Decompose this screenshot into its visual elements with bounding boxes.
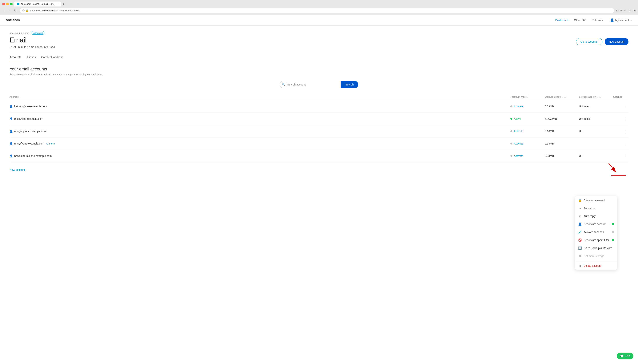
delete-menu-icon: 🗑 xyxy=(578,264,582,267)
traffic-light-green[interactable] xyxy=(10,3,13,5)
info-storage-icon: ⓘ xyxy=(564,96,566,98)
table-row: 👤 mary@one-example.com +1 more Activate … xyxy=(10,138,628,150)
search-btn[interactable]: Search xyxy=(341,81,358,88)
forward-btn[interactable]: › xyxy=(8,8,11,13)
email-cell-0: 👤 kathryn@one-example.com xyxy=(10,105,510,108)
info-addon-icon: ⓘ xyxy=(599,96,601,98)
activate-link-3[interactable]: Activate xyxy=(514,142,523,145)
activate-link-2[interactable]: Activate xyxy=(514,130,523,133)
addon-cell-2: U... xyxy=(579,130,613,133)
email-table: Address ⌄ Premium Mail ⓘ Storage usage ⌄… xyxy=(10,94,628,171)
col-address: Address ⌄ xyxy=(10,96,510,98)
email-icon-0: 👤 xyxy=(10,105,13,108)
status-dot-0 xyxy=(510,106,512,107)
page-title: Email xyxy=(10,36,55,44)
status-cell-0: Activate xyxy=(510,105,545,108)
row-menu-btn-4[interactable]: ⋮ xyxy=(623,153,628,159)
storage-cell-3: 6.18MB xyxy=(545,142,579,145)
tab-catch-all[interactable]: Catch-all address xyxy=(41,53,64,61)
row-menu-btn-3[interactable]: ⋮ xyxy=(623,140,628,146)
search-icon: 🔍 xyxy=(282,83,285,86)
table-header: Address ⌄ Premium Mail ⓘ Storage usage ⌄… xyxy=(10,94,628,100)
tab-accounts[interactable]: Accounts xyxy=(10,53,21,61)
deactivate-toggle[interactable] xyxy=(612,223,614,225)
spam-toggle[interactable] xyxy=(612,239,614,241)
traffic-light-yellow[interactable] xyxy=(6,3,9,5)
help-icon: 💬 xyxy=(620,354,623,358)
status-dot-4 xyxy=(510,155,512,157)
main-content: one-example.com Enthusiast Email 21 of u… xyxy=(0,26,638,364)
status-dot-3 xyxy=(510,142,512,144)
row-menu-btn-0[interactable]: ⋮ xyxy=(623,103,628,110)
user-menu-icon: 👤 xyxy=(578,222,582,226)
tab-favicon xyxy=(17,3,20,5)
settings-cell-3: ⋮ xyxy=(613,140,628,146)
row-menu-btn-2[interactable]: ⋮ xyxy=(623,128,628,134)
settings-cell-0: ⋮ xyxy=(613,103,628,110)
email-address-0: kathryn@one-example.com xyxy=(14,105,47,108)
menu-icon[interactable]: ☰ xyxy=(633,9,636,12)
my-account-btn[interactable]: 👤 My account ⌄ xyxy=(610,18,632,22)
nav-dashboard[interactable]: Dashboard xyxy=(555,19,568,22)
sort-icon: ⌄ xyxy=(20,96,21,98)
menu-deactivate-spam[interactable]: 🚫 Deactivate spam filter xyxy=(575,236,617,244)
table-row: 👤 kathryn@one-example.com Activate 0.03M… xyxy=(10,100,628,113)
sort-storage-icon: ⌄ xyxy=(562,96,563,98)
table-row: 👤 margot@one-example.com Activate 0.16MB… xyxy=(10,125,628,138)
lock-icon: 🔒 xyxy=(26,9,29,12)
nav-referrals[interactable]: Referrals xyxy=(592,19,603,22)
nav-office365[interactable]: Office 365 xyxy=(574,19,586,22)
menu-delete-account[interactable]: 🗑 Delete account xyxy=(575,262,617,270)
new-account-footer-link[interactable]: New account xyxy=(10,168,25,171)
top-nav: one.com Dashboard Office 365 Referrals 👤… xyxy=(0,15,638,26)
tab-aliases[interactable]: Aliases xyxy=(27,53,36,61)
tab-close-btn[interactable]: ✕ xyxy=(57,3,58,5)
active-link-1[interactable]: Active xyxy=(514,117,521,120)
email-address-2: margot@one-example.com xyxy=(14,130,47,133)
tab-title: one.com : Hosting, Domain, Em... xyxy=(21,3,55,5)
shield-icon: 🛡 xyxy=(22,9,25,12)
browser-tab[interactable]: one.com : Hosting, Domain, Em... ✕ xyxy=(14,2,61,6)
menu-get-storage: ✉ Get more storage xyxy=(575,252,617,260)
sanebox-toggle[interactable] xyxy=(612,231,614,233)
arrow-indicator-2 xyxy=(611,172,626,180)
menu-auto-reply[interactable]: ↩ Auto-reply xyxy=(575,212,617,220)
enthusiast-badge: Enthusiast xyxy=(31,31,44,35)
status-dot-1 xyxy=(510,118,512,120)
col-storage-usage: Storage usage ⌄ ⓘ xyxy=(545,96,579,98)
settings-cell-4: ⋮ xyxy=(613,153,628,159)
reload-btn[interactable]: ↻ xyxy=(13,8,18,13)
email-cell-3: 👤 mary@one-example.com +1 more xyxy=(10,142,510,145)
menu-change-password[interactable]: 🔒 Change password xyxy=(575,196,617,204)
new-tab-btn[interactable]: + xyxy=(63,2,65,6)
new-account-btn[interactable]: New account xyxy=(605,38,628,45)
sort-addon-icon: ⌄ xyxy=(597,96,598,98)
bookmark-icon[interactable]: ☆ xyxy=(624,9,626,12)
email-cell-2: 👤 margot@one-example.com xyxy=(10,130,510,133)
menu-activate-sanebox[interactable]: 🧪 Activate sanebox xyxy=(575,228,617,236)
menu-deactivate-account[interactable]: 👤 Deactivate account xyxy=(575,220,617,228)
reply-menu-icon: ↩ xyxy=(578,214,582,218)
activate-link-0[interactable]: Activate xyxy=(514,105,523,108)
traffic-light-red[interactable] xyxy=(2,3,5,5)
email-cell-4: 👤 newsletters@one-example.com xyxy=(10,154,510,158)
addon-cell-4: U... xyxy=(579,154,613,158)
help-btn[interactable]: 💬 Help xyxy=(617,352,633,360)
status-cell-2: Activate xyxy=(510,130,545,133)
go-to-webmail-btn[interactable]: Go to Webmail xyxy=(576,38,602,45)
search-row: 🔍 Search xyxy=(10,81,628,88)
section-title: Your email accounts xyxy=(10,67,628,72)
email-address-3: mary@one-example.com xyxy=(14,142,44,145)
storage-cell-0: 0.03MB xyxy=(545,105,579,108)
back-btn[interactable]: ‹ xyxy=(2,8,6,13)
menu-forwards[interactable]: → Forwards xyxy=(575,204,617,212)
lock-menu-icon: 🔒 xyxy=(578,198,582,202)
settings-cell-1: ⋮ xyxy=(613,116,628,122)
email-icon-4: 👤 xyxy=(10,154,13,158)
search-input[interactable] xyxy=(280,81,341,88)
menu-backup-restore[interactable]: 🔄 Go to Backup & Restore xyxy=(575,244,617,252)
col-premium-mail: Premium Mail ⓘ xyxy=(510,96,545,98)
row-menu-btn-1[interactable]: ⋮ xyxy=(623,116,628,122)
activate-link-4[interactable]: Activate xyxy=(514,154,523,158)
spam-menu-icon: 🚫 xyxy=(578,238,582,242)
